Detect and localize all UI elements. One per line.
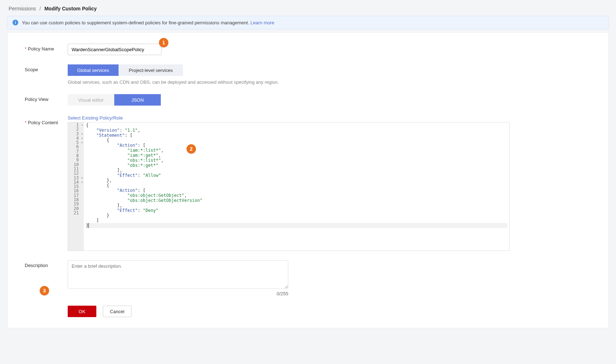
editor-gutter: 123456789101112131415161718192021 xyxy=(68,122,84,251)
editor-code[interactable]: { "Version": "1.1", "Statement": [ { "Ac… xyxy=(84,122,509,251)
ok-button[interactable]: OK xyxy=(68,306,96,317)
view-json-button[interactable]: JSON xyxy=(114,94,161,106)
info-banner: i You can use custom policies to supplem… xyxy=(7,16,609,29)
scope-global-button[interactable]: Global services xyxy=(68,64,119,76)
breadcrumb: Permissions / Modify Custom Policy xyxy=(0,0,616,16)
breadcrumb-parent[interactable]: Permissions xyxy=(9,6,36,11)
step-callout-3: 3 xyxy=(40,286,49,295)
info-icon: i xyxy=(13,20,18,25)
label-policy-content: *Policy Content xyxy=(25,115,68,125)
form-area: *Policy Name Scope Global services Proje… xyxy=(7,33,609,328)
label-scope: Scope xyxy=(25,64,68,72)
description-counter: 0/255 xyxy=(68,291,288,296)
view-visual-button[interactable]: Visual editor xyxy=(68,94,114,106)
label-policy-view: Policy View xyxy=(25,94,68,102)
learn-more-link[interactable]: Learn more xyxy=(250,20,274,25)
view-toggle: Visual editor JSON xyxy=(68,94,161,106)
scope-help-text: Global services, such as CDN and OBS, ca… xyxy=(68,79,598,85)
step-callout-1: 1 xyxy=(159,38,168,47)
scope-project-button[interactable]: Project-level services xyxy=(119,64,183,76)
policy-name-input[interactable] xyxy=(68,44,162,55)
description-textarea[interactable] xyxy=(68,260,288,289)
step-callout-2: 2 xyxy=(187,144,196,154)
info-banner-text: You can use custom policies to supplemen… xyxy=(22,20,249,25)
scope-toggle: Global services Project-level services xyxy=(68,64,183,76)
breadcrumb-separator: / xyxy=(37,6,43,11)
json-editor[interactable]: 123456789101112131415161718192021 { "Ver… xyxy=(68,122,510,251)
select-existing-link[interactable]: Select Existing Policy/Role xyxy=(68,115,123,121)
label-policy-name: *Policy Name xyxy=(25,44,68,52)
cancel-button[interactable]: Cancel xyxy=(103,306,131,317)
label-description: Description xyxy=(25,260,68,268)
breadcrumb-current: Modify Custom Policy xyxy=(44,6,97,11)
